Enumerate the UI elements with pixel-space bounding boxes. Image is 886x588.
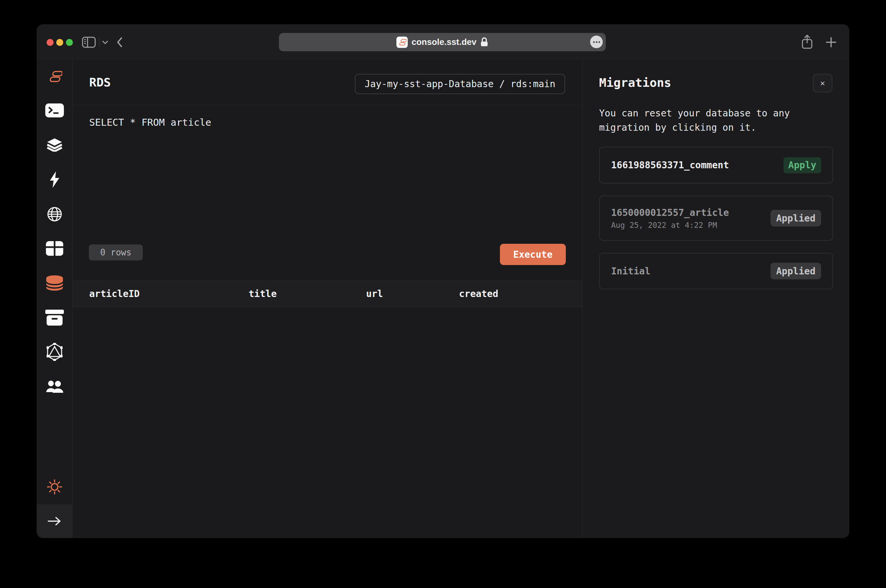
migration-date: Aug 25, 2022 at 4:22 PM xyxy=(611,221,729,230)
sidebar-item-sst-home[interactable] xyxy=(44,66,65,87)
query-editor[interactable]: SELECT * FROM article 0 rows Execute xyxy=(72,105,582,280)
minimize-window-button[interactable] xyxy=(56,39,63,46)
migrations-list: 1661988563371_comment Apply 165000001255… xyxy=(599,147,833,290)
traffic-lights xyxy=(47,39,73,46)
browser-toolbar: console.sst.dev xyxy=(37,24,849,59)
zoom-window-button[interactable] xyxy=(66,39,73,46)
rds-header: RDS Jay-my-sst-app-Database / rds:main xyxy=(72,59,582,105)
column-header-created: created xyxy=(459,288,498,299)
lock-icon xyxy=(480,37,488,47)
migration-name: 1661988563371_comment xyxy=(611,160,729,171)
description-line-2: migration by clicking on it. xyxy=(599,122,756,133)
sst-logo-icon xyxy=(47,70,62,82)
toolbar-separator xyxy=(99,37,99,47)
column-header-title: title xyxy=(249,288,277,299)
sun-icon xyxy=(47,479,62,495)
sidebar-item-buckets[interactable] xyxy=(44,307,65,328)
migrations-panel: Migrations ✕ You can reset your database… xyxy=(582,59,849,538)
description-line-1: You can reset your database to any xyxy=(599,108,790,119)
app-sidebar xyxy=(37,59,72,538)
rds-main: RDS Jay-my-sst-app-Database / rds:main S… xyxy=(72,59,582,538)
applied-badge: Applied xyxy=(770,263,821,279)
column-header-url: url xyxy=(366,288,383,299)
migration-item[interactable]: Initial Applied xyxy=(599,253,833,290)
chevron-down-icon[interactable] xyxy=(102,40,108,44)
page-menu-button[interactable] xyxy=(590,36,603,48)
sidebar-item-dynamodb[interactable] xyxy=(44,238,65,259)
database-icon xyxy=(46,275,63,291)
sidebar-item-api[interactable] xyxy=(44,204,65,225)
sidebar-collapse-button[interactable] xyxy=(37,504,72,538)
migrations-title: Migrations xyxy=(599,76,671,90)
sidebar-toggle-icon[interactable] xyxy=(82,37,96,48)
app-body: RDS Jay-my-sst-app-Database / rds:main S… xyxy=(37,59,849,538)
results-header-row: articleID title url created xyxy=(72,280,582,307)
migration-item[interactable]: 1650000012557_article Aug 25, 2022 at 4:… xyxy=(599,195,833,241)
sidebar-item-cognito[interactable] xyxy=(44,376,65,398)
address-bar[interactable]: console.sst.dev xyxy=(279,33,606,51)
apply-button[interactable]: Apply xyxy=(784,157,821,173)
query-text[interactable]: SELECT * FROM article xyxy=(89,117,211,128)
close-icon: ✕ xyxy=(820,78,825,88)
graphql-icon xyxy=(47,343,63,361)
url-text: console.sst.dev xyxy=(411,37,476,47)
close-panel-button[interactable]: ✕ xyxy=(813,74,832,93)
migration-name: 1650000012557_article xyxy=(611,207,729,218)
globe-icon xyxy=(47,207,62,222)
sidebar-item-local[interactable] xyxy=(44,100,65,121)
page-title: RDS xyxy=(89,75,111,89)
row-count-badge: 0 rows xyxy=(89,244,143,260)
execute-button[interactable]: Execute xyxy=(500,244,566,265)
sidebar-item-rds[interactable] xyxy=(44,272,65,294)
back-icon[interactable] xyxy=(116,37,122,48)
new-tab-icon[interactable] xyxy=(826,37,837,48)
arrow-right-icon xyxy=(47,516,62,526)
sidebar-item-stacks[interactable] xyxy=(44,134,65,155)
sidebar-item-functions[interactable] xyxy=(44,169,65,190)
migration-item[interactable]: 1661988563371_comment Apply xyxy=(599,147,833,184)
site-favicon xyxy=(396,37,408,48)
applied-badge: Applied xyxy=(770,210,821,226)
database-selector[interactable]: Jay-my-sst-app-Database / rds:main xyxy=(355,74,565,94)
users-icon xyxy=(46,380,63,393)
terminal-icon xyxy=(45,104,64,117)
migration-name: Initial xyxy=(611,266,650,277)
lightning-icon xyxy=(48,171,60,188)
browser-window: console.sst.dev xyxy=(37,24,849,538)
sidebar-item-graphql[interactable] xyxy=(44,341,65,363)
share-icon[interactable] xyxy=(801,34,813,50)
close-window-button[interactable] xyxy=(47,39,54,46)
theme-toggle-button[interactable] xyxy=(44,476,65,498)
archive-icon xyxy=(45,310,64,326)
layers-icon xyxy=(47,138,62,152)
migrations-description: You can reset your database to any migra… xyxy=(599,106,790,135)
results-body xyxy=(72,307,582,538)
table-icon xyxy=(46,241,63,256)
column-header-articleid: articleID xyxy=(89,288,140,299)
